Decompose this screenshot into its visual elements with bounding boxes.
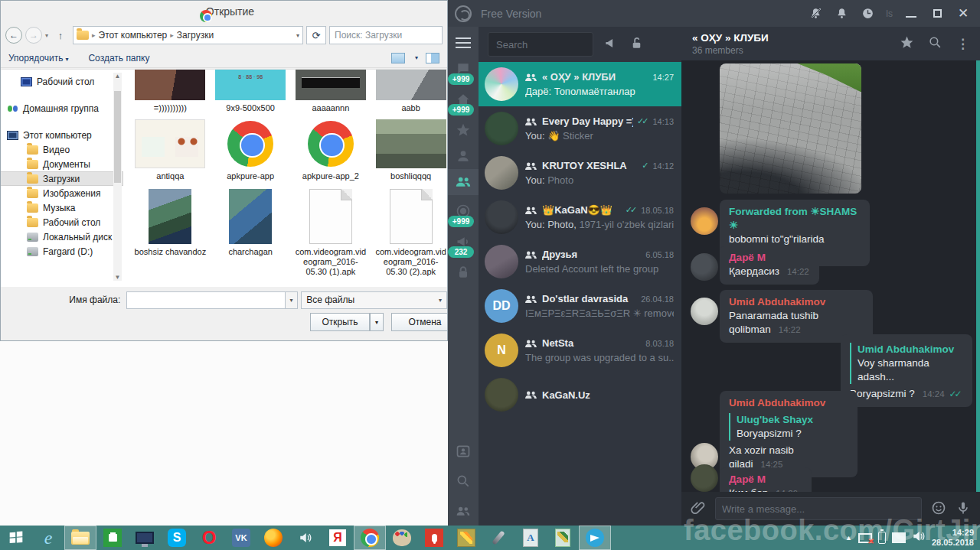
tree-item-desktop[interactable]: Рабочий стол	[1, 74, 123, 89]
taskbar-screenshot-tool[interactable]	[450, 526, 482, 550]
contact-card-icon[interactable]	[456, 444, 471, 461]
star-icon[interactable]	[900, 35, 914, 52]
taskbar-internet-explorer[interactable]: e	[32, 526, 64, 550]
file-item[interactable]: 9x9-500x500	[214, 70, 287, 113]
filetype-select[interactable]: Все файлы▾	[301, 291, 447, 309]
people-icon[interactable]	[456, 503, 471, 521]
chat-list-item-kagan[interactable]: 👑KaGaN😎👑✓✓18.05.18 You: Photo, 1971-yil …	[479, 195, 681, 239]
tree-item-pictures[interactable]: Изображения	[1, 186, 123, 200]
rail-bots[interactable]: +999	[448, 198, 479, 224]
chat-search-input[interactable]	[488, 32, 593, 57]
tree-item-desktop2[interactable]: Рабочий стол	[1, 215, 123, 229]
conversation-header[interactable]: « ОҲУ » КЛУБИ 36 members ⋮	[681, 27, 980, 60]
search-input[interactable]	[329, 26, 443, 44]
recent-clock-icon[interactable]	[860, 6, 875, 21]
avatar[interactable]	[691, 253, 718, 281]
tray-battery-icon[interactable]	[878, 532, 886, 544]
rail-contacts[interactable]	[448, 143, 479, 169]
chat-list-item-krutoy-xeshla[interactable]: KRUTOY XESHLA✓14:12 You: Photo	[479, 151, 681, 195]
taskbar-opera[interactable]: O	[193, 526, 225, 550]
file-item[interactable]: boshsiz chavandoz	[134, 189, 207, 277]
breadcrumb[interactable]: ▸ Этот компьютер ▸ Загрузки ▾	[73, 26, 303, 44]
rail-favorites[interactable]	[448, 117, 479, 143]
tree-scrollbar[interactable]: ▲▼	[113, 73, 122, 281]
menu-hamburger-icon[interactable]	[456, 37, 471, 48]
reply-quote[interactable]: Ulug'bek Shayx Boryapsizmi ?	[729, 413, 848, 441]
back-button[interactable]: ←	[5, 27, 22, 44]
rail-groups[interactable]	[448, 169, 479, 195]
rail-channels[interactable]: 232	[448, 229, 479, 255]
search-plus-icon[interactable]	[456, 474, 471, 491]
chat-list-item-dostlar-davrasida[interactable]: DD Do'stlar davrasida26.04.18 IΞмΞPΞεΞRΞ…	[479, 284, 681, 328]
file-item[interactable]: aaaaannn	[295, 70, 368, 113]
refresh-button[interactable]: ⟳	[306, 26, 326, 44]
view-mode-icon[interactable]	[391, 53, 405, 63]
file-item[interactable]: com.videogram.videogram_2016-05.30 (1).a…	[295, 189, 368, 277]
breadcrumb-root[interactable]: Этот компьютер	[99, 30, 168, 41]
file-item[interactable]: apkpure-app	[214, 119, 287, 181]
tree-item-local-disk[interactable]: Локальный диск	[1, 229, 123, 244]
forward-button[interactable]: →	[25, 27, 42, 44]
voice-microphone-icon[interactable]	[956, 500, 971, 518]
taskbar-paint[interactable]	[386, 526, 418, 550]
taskbar-vk[interactable]: VK	[225, 526, 257, 550]
organize-button[interactable]: Упорядочить▾	[8, 53, 68, 63]
message-input[interactable]	[715, 497, 922, 520]
tray-signal-icon[interactable]	[892, 532, 906, 543]
scroll-down-icon[interactable]: ▼	[113, 274, 122, 281]
tree-item-downloads[interactable]: Загрузки	[1, 171, 123, 186]
cancel-button[interactable]: Отмена	[391, 313, 448, 331]
chat-list-item-netsta[interactable]: N NetSta8.03.18 The group was upgraded t…	[479, 328, 681, 373]
taskbar-microphone-app[interactable]	[482, 526, 514, 550]
taskbar-windows-store[interactable]	[96, 526, 129, 550]
file-item[interactable]: com.videogram.videogram_2016-05.30 (2).a…	[374, 189, 447, 277]
new-folder-button[interactable]: Создать папку	[88, 53, 149, 63]
taskbar-skype[interactable]: S	[161, 526, 193, 550]
open-button[interactable]: Открыть	[310, 313, 370, 331]
taskbar-system-app[interactable]	[129, 526, 161, 550]
megaphone-icon[interactable]	[604, 36, 619, 53]
avatar[interactable]	[691, 464, 718, 492]
taskbar-telegram[interactable]	[579, 526, 611, 550]
tree-item-computer[interactable]: Этот компьютер	[1, 128, 123, 142]
chat-list-item-ohu-klubi[interactable]: « ОҲУ » КЛУБИ14:27 Дарё: Тополмаётганлар	[479, 62, 681, 106]
scroll-up-icon[interactable]: ▲	[113, 73, 122, 80]
tray-network-icon[interactable]	[858, 533, 872, 543]
taskbar-volume-app[interactable]	[289, 526, 322, 550]
notifications-bell-icon[interactable]	[834, 6, 849, 21]
tree-item-documents[interactable]: Документы	[1, 157, 123, 171]
taskbar-voice-recorder[interactable]	[418, 526, 450, 550]
filename-dropdown-icon[interactable]: ▾	[286, 291, 299, 309]
tree-item-video[interactable]: Видео	[1, 142, 123, 157]
file-item[interactable]: aabb	[374, 70, 447, 113]
file-item[interactable]: apkpure-app_2	[295, 119, 368, 181]
chat-list-item-druzya[interactable]: Друзья6.05.18 Deleted Account left the g…	[479, 239, 681, 284]
kebab-menu-icon[interactable]: ⋮	[956, 36, 969, 52]
filename-input[interactable]	[126, 291, 285, 309]
tray-clock[interactable]: 14:2928.05.2018	[932, 528, 974, 548]
file-item[interactable]: antiqqa	[134, 119, 207, 181]
close-button[interactable]: ✕	[956, 6, 971, 21]
tree-item-homegroup[interactable]: Домашняя группа	[1, 101, 123, 116]
photo-message[interactable]	[720, 63, 861, 194]
file-item[interactable]: =))))))))))	[134, 70, 207, 113]
taskbar-yandex[interactable]: Я	[322, 526, 354, 550]
chat-scrollbar[interactable]	[976, 60, 980, 492]
taskbar-notepad[interactable]	[547, 526, 579, 550]
chat-list-item-every-day-happy[interactable]: Every Day Happy =)✓✓14:13 You: 👋 Sticker	[479, 106, 681, 151]
address-dropdown-icon[interactable]: ▾	[296, 32, 299, 39]
open-split-dropdown[interactable]: ▾	[370, 313, 384, 331]
tree-item-music[interactable]: Музыка	[1, 200, 123, 215]
rail-secret-chats[interactable]	[448, 259, 479, 285]
chat-list-item-kagan-uz[interactable]: KaGaN.Uz	[479, 373, 681, 417]
breadcrumb-current[interactable]: Загрузки	[177, 30, 214, 41]
rail-home[interactable]: +999	[448, 86, 479, 112]
tray-show-hidden-icon[interactable]: ▲	[845, 534, 852, 542]
file-item[interactable]: boshliqqqq	[374, 119, 447, 181]
minimize-button[interactable]	[903, 6, 919, 21]
mute-notifications-icon[interactable]	[808, 6, 823, 21]
maximize-button[interactable]	[929, 6, 945, 21]
tray-volume-icon[interactable]	[912, 529, 926, 546]
emoji-smiley-icon[interactable]	[931, 500, 946, 518]
taskbar-chrome[interactable]	[354, 526, 386, 550]
